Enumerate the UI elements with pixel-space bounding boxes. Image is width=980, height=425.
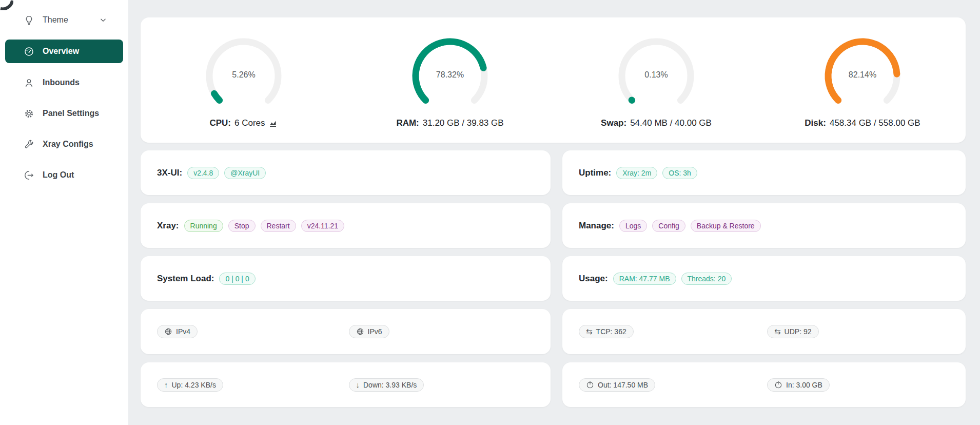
sidebar-item-log-out[interactable]: Log Out <box>5 163 123 187</box>
ipv6-pill: IPv6 <box>349 325 389 338</box>
sidebar-item-overview[interactable]: Overview <box>5 40 123 63</box>
user-icon <box>24 78 34 88</box>
backup-restore-button[interactable]: Backup & Restore <box>691 220 761 232</box>
system-load-card: System Load: 0 | 0 | 0 <box>141 256 551 301</box>
traffic-card: Out: 147.50 MB In: 3.00 GB <box>562 362 966 407</box>
panel-version-tag: v2.4.8 <box>187 167 219 179</box>
dashboard-icon <box>24 46 34 57</box>
threexui-label: 3X-UI: <box>157 168 182 178</box>
arrow-down-icon: ↓ <box>356 381 360 389</box>
ram-percent: 78.32% <box>409 70 491 80</box>
globe-icon <box>164 327 172 336</box>
manage-label: Manage: <box>579 221 614 231</box>
sidebar-item-label: Overview <box>43 47 79 56</box>
xray-label: Xray: <box>157 221 179 231</box>
download-speed-pill: ↓ Down: 3.93 KB/s <box>349 378 424 392</box>
sidebar-item-inbounds[interactable]: Inbounds <box>5 71 123 94</box>
cpu-percent: 5.26% <box>203 70 285 80</box>
sidebar-item-xray-configs[interactable]: Xray Configs <box>5 132 123 156</box>
xray-stop-button[interactable]: Stop <box>228 220 256 232</box>
arrow-up-icon: ↑ <box>164 381 168 389</box>
xray-status-tag: Running <box>184 220 223 232</box>
telegram-channel-tag[interactable]: @XrayUI <box>224 167 266 179</box>
sidebar-item-panel-settings[interactable]: Panel Settings <box>5 102 123 125</box>
disk-percent: 82.14% <box>821 70 904 80</box>
ram-gauge: 78.32% RAM:31.20 GB / 39.83 GB <box>347 17 553 143</box>
logs-button[interactable]: Logs <box>619 220 647 232</box>
os-uptime-tag: OS: 3h <box>662 167 697 179</box>
sidebar: Theme Overview Inbounds Panel Settings <box>0 0 128 425</box>
globe-icon <box>356 327 364 336</box>
usage-card: Usage: RAM: 47.77 MB Threads: 20 <box>562 256 966 301</box>
udp-connections-pill: ⇆ UDP: 92 <box>767 325 819 338</box>
upload-speed-pill: ↑ Up: 4.23 KB/s <box>157 378 223 392</box>
system-load-tag: 0 | 0 | 0 <box>219 273 255 285</box>
system-stats-card: 5.26% CPU:6 Cores 78.32% RAM:31.20 GB / … <box>141 17 966 143</box>
lightbulb-icon <box>24 15 34 26</box>
tcp-connections-pill: ⇆ TCP: 362 <box>579 325 634 338</box>
cpu-gauge: 5.26% CPU:6 Cores <box>141 17 347 143</box>
system-load-label: System Load: <box>157 274 214 284</box>
threads-tag: Threads: 20 <box>681 273 732 285</box>
chevron-down-icon <box>100 16 107 24</box>
sidebar-item-label: Xray Configs <box>43 140 93 149</box>
area-chart-icon[interactable] <box>269 119 278 127</box>
xray-card: Xray: Running Stop Restart v24.11.21 <box>141 203 551 248</box>
uptime-card: Uptime: Xray: 2m OS: 3h <box>562 150 966 195</box>
traffic-out-pill: Out: 147.50 MB <box>579 378 655 392</box>
disk-gauge: 82.14% Disk:458.34 GB / 558.00 GB <box>759 17 966 143</box>
gear-icon <box>24 108 34 119</box>
config-button[interactable]: Config <box>652 220 685 232</box>
sidebar-item-label: Inbounds <box>43 78 80 87</box>
cpu-caption: CPU:6 Cores <box>209 118 278 128</box>
sidebar-item-label: Panel Settings <box>43 109 99 118</box>
speed-card: ↑ Up: 4.23 KB/s ↓ Down: 3.93 KB/s <box>141 362 551 407</box>
wrench-icon <box>24 139 34 150</box>
swap-caption: Swap:54.40 MB / 40.00 GB <box>601 118 712 128</box>
uptime-label: Uptime: <box>579 168 611 178</box>
xray-version-tag[interactable]: v24.11.21 <box>301 220 344 232</box>
threexui-card: 3X-UI: v2.4.8 @XrayUI <box>141 150 551 195</box>
manage-card: Manage: Logs Config Backup & Restore <box>562 203 966 248</box>
xray-uptime-tag: Xray: 2m <box>616 167 657 179</box>
download-circle-icon <box>774 381 782 389</box>
swap-percent: 0.13% <box>615 70 697 80</box>
connections-card: ⇆ TCP: 362 ⇆ UDP: 92 <box>562 309 966 354</box>
ram-usage-tag: RAM: 47.77 MB <box>613 273 676 285</box>
theme-toggle[interactable]: Theme <box>5 9 123 31</box>
disk-caption: Disk:458.34 GB / 558.00 GB <box>805 118 920 128</box>
swap-arrows-icon: ⇆ <box>774 327 781 336</box>
swap-gauge: 0.13% Swap:54.40 MB / 40.00 GB <box>553 17 759 143</box>
ip-card: IPv4 IPv6 <box>141 309 551 354</box>
swap-arrows-icon: ⇆ <box>586 327 593 336</box>
sidebar-item-label: Log Out <box>43 170 74 180</box>
ipv4-pill: IPv4 <box>157 325 198 338</box>
traffic-in-pill: In: 3.00 GB <box>767 378 830 392</box>
usage-label: Usage: <box>579 274 608 284</box>
ram-caption: RAM:31.20 GB / 39.83 GB <box>396 118 503 128</box>
xray-restart-button[interactable]: Restart <box>261 220 296 232</box>
logout-icon <box>24 170 34 181</box>
theme-label: Theme <box>43 15 68 25</box>
upload-circle-icon <box>586 381 594 389</box>
